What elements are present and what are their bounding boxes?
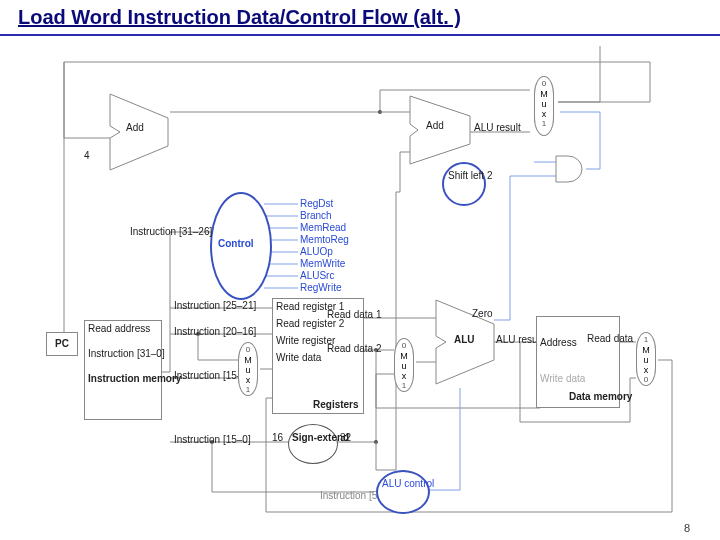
sign-extend-in: 16 (272, 432, 283, 443)
sign-extend-label: Sign-extend (292, 432, 332, 443)
mux-label: M u x (239, 355, 257, 385)
alu-result-label: ALU result (496, 334, 530, 345)
sig-regwrite: RegWrite (300, 282, 342, 293)
instr-31-26: Instruction [31–26] (130, 226, 212, 237)
registers-label: Registers (313, 399, 359, 410)
write-data-label: Write data (540, 373, 585, 384)
mux-regdst-1: 1 (239, 385, 257, 395)
read-data2: Read data 2 (327, 343, 382, 354)
sig-memread: MemRead (300, 222, 346, 233)
mux-label: M u x (637, 345, 655, 375)
mux-regdst: 0 M u x 1 (238, 342, 258, 396)
mux-label: M u x (535, 89, 553, 119)
mux-label: M u x (395, 351, 413, 381)
alu-control-label: ALU control (382, 478, 422, 489)
page-number: 8 (684, 522, 690, 534)
instruction-memory-label: Instruction memory (88, 373, 158, 384)
instruction-31-0: Instruction [31–0] (88, 348, 158, 359)
title-underline (0, 34, 720, 36)
data-memory-label: Data memory (569, 391, 632, 402)
alu-result-label-top: ALU result (474, 122, 508, 133)
zero-label: Zero (472, 308, 493, 319)
pc: PC (46, 332, 78, 356)
mux-pcsrc-0: 0 (535, 79, 553, 89)
sig-regdst: RegDst (300, 198, 333, 209)
mux-regdst-0: 0 (239, 345, 257, 355)
mux-pcsrc: 0 M u x 1 (534, 76, 554, 136)
instruction-memory: Read address Instruction [31–0] Instruct… (84, 320, 162, 420)
mux-alusrc-1: 1 (395, 381, 413, 391)
mux-pcsrc-1: 1 (535, 119, 553, 129)
registers: Read register 1 Read register 2 Write re… (272, 298, 364, 414)
alu-label: ALU (454, 334, 475, 345)
page-title: Load Word Instruction Data/Control Flow … (18, 6, 461, 29)
sig-memtoreg: MemtoReg (300, 234, 349, 245)
const-4: 4 (84, 150, 90, 161)
control-label: Control (218, 238, 254, 249)
instr-15-0: Instruction [15–0] (174, 434, 251, 445)
address-label: Address (540, 337, 577, 348)
sig-branch: Branch (300, 210, 332, 221)
mux-memtoreg-0: 0 (637, 375, 655, 385)
add-block-1: Add (126, 122, 144, 133)
wires (40, 42, 690, 522)
mux-memtoreg: 1 M u x 0 (636, 332, 656, 386)
add-block-2: Add (426, 120, 444, 131)
shift-left-2-label: Shift left 2 (448, 170, 478, 181)
read-address-label: Read address (88, 323, 158, 334)
mux-alusrc-0: 0 (395, 341, 413, 351)
instr-20-16: Instruction [20–16] (174, 326, 256, 337)
sig-aluop: ALUOp (300, 246, 333, 257)
shift-left-2 (442, 162, 486, 206)
mux-alusrc: 0 M u x 1 (394, 338, 414, 392)
read-data-label: Read data (587, 333, 633, 344)
read-data1: Read data 1 (327, 309, 382, 320)
alu-control (376, 470, 430, 514)
data-memory: Address Read data Write data Data memory (536, 316, 620, 408)
mux-memtoreg-1: 1 (637, 335, 655, 345)
sign-extend (288, 424, 338, 464)
datapath-diagram: Add 4 Add ALU result Shift left 2 0 M u … (40, 42, 690, 522)
sig-memwrite: MemWrite (300, 258, 345, 269)
sig-alusrc: ALUSrc (300, 270, 334, 281)
sign-extend-out: 32 (340, 432, 351, 443)
instr-25-21: Instruction [25–21] (174, 300, 256, 311)
